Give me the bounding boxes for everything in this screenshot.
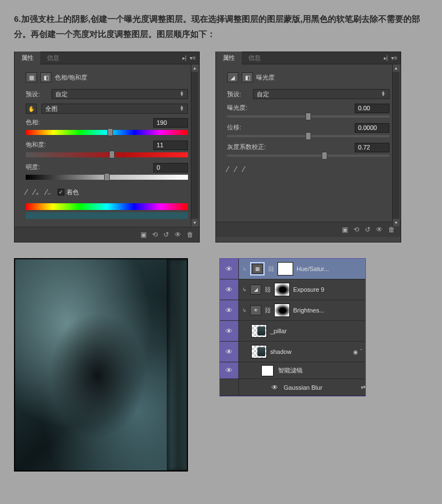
visibility-toggle[interactable]: 👁 [220, 342, 239, 362]
prev-icon[interactable]: ⟲ [152, 231, 158, 239]
tab-info[interactable]: 信息 [40, 52, 66, 64]
layer-row-huesat[interactable]: 👁 ↳ ▦ ⛓ Hue/Satur... [220, 259, 365, 279]
slider-thumb[interactable] [322, 152, 327, 160]
eyedrop-black-icon[interactable]: ⁄ [227, 165, 228, 174]
slider-thumb[interactable] [305, 132, 311, 140]
scroll-up-icon[interactable]: ▲ [393, 64, 399, 72]
visibility-toggle[interactable] [220, 379, 239, 395]
select-arrows-icon: ▲▼ [180, 91, 184, 97]
layer-row-brightness[interactable]: 👁 ↳ ☀ ⛓ Brightnes... [220, 300, 365, 321]
slider-thumb[interactable] [107, 128, 113, 136]
range-select[interactable]: 全图 ▲▼ [41, 104, 188, 114]
collapse-arrow-icon[interactable]: ˇ [360, 349, 362, 355]
trash-icon[interactable]: 🗑 [388, 226, 395, 234]
eyedrop-gray-icon[interactable]: ⁄ [235, 165, 236, 174]
clip-icon[interactable]: ▣ [140, 231, 147, 239]
slider-thumb[interactable] [305, 113, 311, 120]
link-icon: ⛓ [268, 265, 274, 272]
gamma-slider[interactable] [227, 155, 389, 157]
slider-thumb[interactable] [109, 151, 115, 158]
gaussian-blur-row[interactable]: 👁 Gaussian Blur ⇄ [220, 379, 365, 396]
eyedrop-white-icon[interactable]: ⁄ [243, 165, 244, 174]
layer-row-pillar[interactable]: 👁 _pillar [220, 321, 365, 342]
clip-indicator-icon: ↳ [242, 287, 247, 292]
preset-select[interactable]: 自定 ▲▼ [51, 89, 188, 99]
sat-label: 饱和度: [26, 141, 46, 150]
preview-image [14, 258, 188, 472]
collapse-icon[interactable]: ▸| [384, 55, 388, 61]
eyedrop-minus-icon[interactable]: ⁄₋ [46, 188, 51, 197]
colorize-checkbox[interactable]: ✓ 着色 [58, 188, 79, 197]
adj-type-icon: ◢ [227, 72, 238, 82]
layer-thumbnail[interactable] [251, 345, 267, 358]
instruction-text: 6.加强支柱上的阴影,创建一个曝光度调整图层。现在选择调整图层的图层蒙版,用黑色… [14, 11, 428, 41]
visibility-toggle[interactable]: 👁 [220, 362, 239, 379]
scroll-up-icon[interactable]: ▲ [191, 64, 198, 72]
adj-brightness-icon: ☀ [250, 305, 261, 315]
select-arrows-icon: ▲▼ [381, 91, 385, 97]
offset-slider[interactable] [227, 135, 389, 137]
menu-icon[interactable]: ▾≡ [391, 55, 397, 61]
range-value: 全图 [45, 105, 58, 113]
hue-value[interactable]: 190 [153, 118, 188, 128]
layers-panel: 👁 ↳ ▦ ⛓ Hue/Satur... 👁 ↳ ◢ ⛓ Exposure 9 … [219, 258, 366, 396]
scroll-down-icon[interactable]: ▼ [191, 219, 198, 226]
layer-mask[interactable] [274, 304, 290, 317]
light-value[interactable]: 0 [153, 163, 188, 172]
offset-label: 位移: [227, 123, 241, 133]
eyedrop-plus-icon[interactable]: ⁄₊ [34, 188, 39, 197]
light-slider[interactable] [26, 175, 188, 180]
exposure-label: 曝光度: [227, 104, 247, 113]
sat-value[interactable]: 11 [153, 141, 188, 150]
trash-icon[interactable]: 🗑 [187, 231, 194, 239]
layer-row-shadow[interactable]: 👁 shadow ◉ ˇ [220, 342, 365, 362]
offset-value[interactable]: 0.0000 [355, 123, 389, 133]
visibility-toggle[interactable]: 👁 [220, 321, 239, 341]
hue-slider[interactable] [26, 130, 188, 135]
adj-mask-icon: ◧ [242, 72, 253, 82]
tab-info[interactable]: 信息 [242, 52, 267, 64]
layer-thumbnail[interactable] [251, 324, 267, 338]
filter-mask[interactable] [261, 365, 274, 376]
smart-filter-row[interactable]: 👁 智能滤镜 [220, 362, 365, 379]
adj-exposure-icon: ◢ [250, 284, 261, 295]
reset-icon[interactable]: ↺ [365, 226, 370, 234]
scrollbar[interactable]: ▲ ▼ [191, 64, 198, 226]
clip-icon[interactable]: ▣ [342, 226, 348, 234]
tab-properties[interactable]: 属性 [15, 52, 40, 64]
preset-select[interactable]: 自定 ▲▼ [253, 89, 389, 99]
exposure-value[interactable]: 0.00 [355, 104, 389, 113]
scrollbar[interactable]: ▲ ▼ [392, 64, 399, 226]
hand-icon[interactable]: ✋ [26, 104, 37, 114]
filter-options-icon[interactable]: ⇄ [361, 384, 365, 390]
eyedrop-icon[interactable]: ⁄ [26, 188, 27, 197]
adj-type-icon: ▦ [26, 72, 37, 82]
menu-icon[interactable]: ▾≡ [190, 55, 196, 61]
tab-properties[interactable]: 属性 [216, 52, 242, 64]
exposure-slider[interactable] [227, 115, 389, 118]
layer-mask[interactable] [278, 262, 293, 276]
gamma-value[interactable]: 0.72 [355, 143, 389, 152]
link-icon: ⛓ [265, 286, 271, 293]
layer-row-exposure[interactable]: 👁 ↳ ◢ ⛓ Exposure 9 [220, 279, 365, 300]
adj-huesat-icon: ▦ [252, 264, 263, 274]
preset-label: 预设: [227, 90, 248, 99]
prev-icon[interactable]: ⟲ [354, 226, 359, 234]
collapse-icon[interactable]: ▸| [182, 55, 187, 61]
eye-icon[interactable]: 👁 [270, 384, 279, 391]
slider-thumb[interactable] [104, 173, 110, 181]
visibility-icon[interactable]: 👁 [376, 226, 383, 234]
scroll-down-icon[interactable]: ▼ [393, 219, 399, 226]
visibility-toggle[interactable]: 👁 [220, 259, 239, 279]
visibility-toggle[interactable]: 👁 [220, 300, 239, 320]
fx-dot-icon[interactable]: ◉ [353, 349, 358, 355]
sat-slider[interactable] [26, 152, 188, 157]
visibility-toggle[interactable]: 👁 [220, 279, 239, 300]
layer-name: _pillar [270, 328, 286, 334]
layer-name: Brightnes... [293, 307, 325, 314]
layer-mask[interactable] [274, 283, 290, 296]
filter-name: Gaussian Blur [284, 384, 322, 391]
visibility-icon[interactable]: 👁 [175, 231, 181, 239]
reset-icon[interactable]: ↺ [163, 231, 169, 239]
select-arrows-icon: ▲▼ [180, 106, 184, 111]
